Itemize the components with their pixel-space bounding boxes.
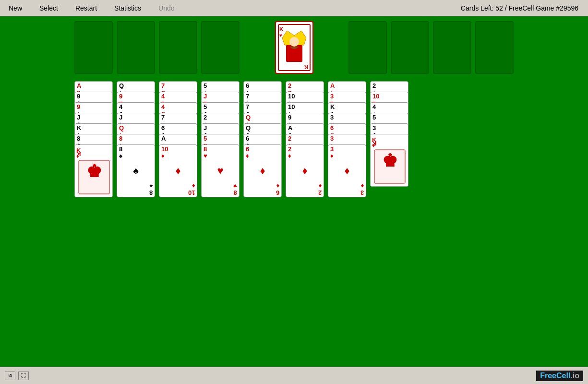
svg-text:♥: ♥: [279, 33, 282, 38]
column-8: 2♠♠2♠10♥♥10♥4♠♠4♠5♠♠5♠3♣♣3♣ K ♥ K ♚: [370, 81, 408, 225]
card-center-pip: ♦: [260, 165, 265, 177]
card-rank-bottom: 6♦: [276, 182, 279, 196]
column-4: 5♠♠5♠J♥♥J♥5♣♣5♣2♠♠2♠J♣♣J♣5♥♥5♥8♥♥8♥: [201, 81, 240, 225]
bottombar: 🖥 ⛶ FreeCell.io: [0, 367, 588, 384]
svg-text:K: K: [279, 26, 284, 33]
game-status: Cards Left: 52 / FreeCell Game #29596: [461, 4, 588, 12]
menubar: New Select Restart Statistics Undo Cards…: [0, 0, 588, 16]
menu-restart[interactable]: Restart: [67, 2, 106, 14]
card[interactable]: 3♦♦3♦: [328, 144, 366, 197]
menu-statistics[interactable]: Statistics: [106, 2, 150, 14]
game-area: K ♥ K A♥♥A♥9♣♣9♣9♦♦9♦J♣♣J♣K♠♠K♠8♣♣8♣ K ♦…: [0, 16, 588, 367]
top-area: K ♥ K: [74, 21, 514, 74]
card-center-pip: ♦: [302, 165, 307, 177]
home-cell-3[interactable]: [433, 21, 471, 74]
home-cell-1[interactable]: [348, 21, 387, 74]
card-center-pip: ♦: [175, 165, 180, 177]
card-rank-top: 3♦: [330, 146, 334, 160]
card-rank-top: 2♦: [288, 146, 291, 160]
card[interactable]: 10♦♦10♦: [159, 144, 197, 197]
free-cell-4[interactable]: [201, 21, 240, 74]
column-3: 7♥♥7♥4♥♥4♥4♥♥4♥7♠♠7♠6♣♣6♣A♠♠A♠10♦♦10♦: [159, 81, 197, 225]
column-6: 2♥♥2♥10♠♠10♠10♠♠10♠9♠♠9♠A♣♣A♣2♦♦2♦2♦♦2♦: [286, 81, 324, 225]
column-5: 6♠♠6♠7♠♠7♠7♣♣7♣Q♦♦Q♦Q♣♣Q♣6♣♣6♣6♦♦6♦: [243, 81, 282, 225]
face-card-icon: K ♥ K ♚: [371, 134, 408, 187]
king-face-icon: K ♥ K: [277, 24, 311, 72]
card[interactable]: 2♦♦2♦: [286, 144, 324, 197]
card-center-pip: ♦: [344, 165, 349, 177]
free-cell-2[interactable]: [117, 21, 155, 74]
card-rank-top: 6♦: [246, 146, 249, 160]
card-rank-top: 10♦: [161, 146, 168, 160]
svg-text:♚: ♚: [382, 151, 397, 170]
svg-text:K: K: [304, 63, 308, 70]
card-rank-bottom: 8♥: [233, 182, 237, 196]
brand-logo: FreeCell.io: [536, 371, 583, 381]
home-cells: [348, 21, 514, 74]
card[interactable]: K ♦ K ♚: [74, 144, 113, 197]
card-rank-top: 8♥: [204, 146, 207, 160]
svg-text:♚: ♚: [86, 161, 102, 181]
home-cell-2[interactable]: [391, 21, 429, 74]
bottom-icons: 🖥 ⛶: [5, 372, 29, 380]
card-rank-top: 8♠: [119, 146, 122, 160]
menu-undo: Undo: [150, 2, 183, 14]
card[interactable]: 8♠♠8♠: [117, 144, 155, 197]
svg-text:K: K: [76, 150, 81, 157]
card-rank-bottom: 8♠: [149, 182, 153, 196]
king-center-card: K ♥ K: [275, 21, 313, 74]
monitor-icon[interactable]: 🖥: [5, 372, 15, 380]
svg-text:K: K: [372, 140, 376, 147]
card-rank-bottom: 2♦: [318, 182, 322, 196]
free-cell-1[interactable]: [74, 21, 113, 74]
svg-point-4: [289, 37, 299, 47]
free-cells: [74, 21, 240, 74]
column-1: A♥♥A♥9♣♣9♣9♦♦9♦J♣♣J♣K♠♠K♠8♣♣8♣ K ♦ K ♚: [74, 81, 113, 225]
card-center-pip: ♠: [133, 165, 139, 177]
fullscreen-icon[interactable]: ⛶: [18, 372, 29, 380]
card-rank-bottom: 10♦: [188, 182, 195, 196]
column-7: A♦♦A♦3♥♥3♥K♣♣K♣3♠♠3♠6♥♥6♥3♦♦3♦3♦♦3♦: [328, 81, 366, 225]
card[interactable]: 6♦♦6♦: [243, 144, 282, 197]
card[interactable]: 8♥♥8♥: [201, 144, 240, 197]
columns-area: A♥♥A♥9♣♣9♣9♦♦9♦J♣♣J♣K♠♠K♠8♣♣8♣ K ♦ K ♚ Q…: [74, 81, 514, 225]
free-cell-3[interactable]: [159, 21, 197, 74]
menu-select[interactable]: Select: [31, 2, 67, 14]
face-card-icon: K ♦ K ♚: [75, 145, 113, 197]
card-center-pip: ♥: [217, 165, 223, 177]
home-cell-4[interactable]: [475, 21, 514, 74]
column-2: Q♠♠Q♠9♥♥9♥4♣♣4♣J♠♠J♠Q♦♦Q♦8♦♦8♦8♠♠8♠: [117, 81, 155, 225]
card-rank-bottom: 3♦: [360, 182, 364, 196]
menu-new[interactable]: New: [0, 2, 31, 14]
card[interactable]: K ♥ K ♚: [370, 134, 408, 187]
